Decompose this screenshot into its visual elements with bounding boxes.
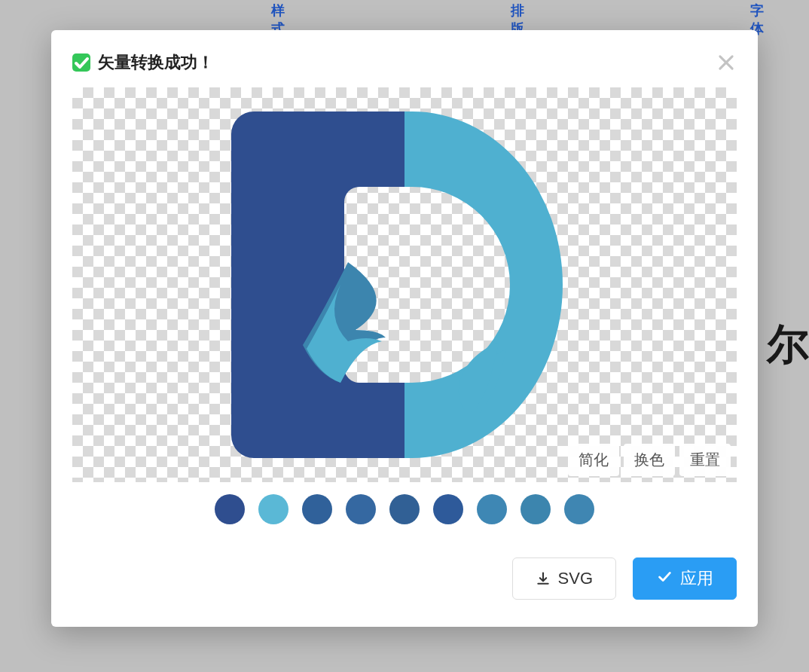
vector-preview-logo	[209, 89, 600, 481]
modal-title: 矢量转换成功！	[98, 51, 214, 74]
download-svg-button[interactable]: SVG	[512, 557, 616, 600]
color-swatches	[72, 494, 737, 524]
preview-canvas: 简化 换色 重置	[72, 87, 737, 482]
check-icon	[656, 568, 673, 589]
swatch-3[interactable]	[346, 494, 376, 524]
swatch-7[interactable]	[521, 494, 551, 524]
modal-actions: SVG 应用	[72, 557, 737, 600]
swatch-8[interactable]	[564, 494, 594, 524]
simplify-button[interactable]: 简化	[568, 444, 619, 476]
preview-actions: 简化 换色 重置	[568, 444, 731, 476]
swatch-0[interactable]	[215, 494, 245, 524]
modal-header: 矢量转换成功！	[72, 51, 737, 74]
swatch-5[interactable]	[433, 494, 463, 524]
swatch-4[interactable]	[389, 494, 420, 524]
download-svg-label: SVG	[558, 569, 593, 588]
swatch-6[interactable]	[477, 494, 507, 524]
success-check-icon	[72, 53, 90, 72]
swatch-2[interactable]	[302, 494, 332, 524]
recolor-button[interactable]: 换色	[624, 444, 675, 476]
reset-button[interactable]: 重置	[679, 444, 731, 476]
apply-button[interactable]: 应用	[633, 557, 737, 600]
close-icon[interactable]	[716, 52, 737, 73]
download-icon	[536, 571, 551, 586]
apply-label: 应用	[680, 567, 713, 590]
swatch-1[interactable]	[258, 494, 288, 524]
vector-convert-modal: 矢量转换成功！	[51, 30, 758, 627]
